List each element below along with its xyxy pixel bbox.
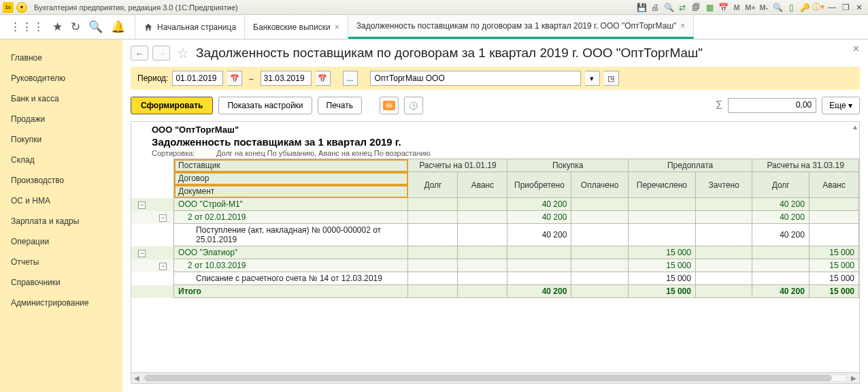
sidebar-item-admin[interactable]: Администрирование (0, 293, 122, 313)
preview-icon[interactable]: 🔍 (663, 1, 675, 14)
th-cred[interactable]: Зачтено (695, 172, 752, 198)
cell-trans (628, 211, 695, 224)
period-select-button[interactable]: ... (343, 71, 358, 86)
table-row[interactable]: −2 от 02.01.201940 20040 200 (131, 211, 859, 224)
save-icon[interactable]: 💾 (635, 1, 648, 14)
calendar-icon[interactable]: ▦ (703, 1, 716, 14)
sidebar-item-assets[interactable]: ОС и НМА (0, 191, 122, 211)
m-minus-button[interactable]: M- (758, 1, 770, 14)
tree-toggle[interactable]: − (159, 214, 167, 222)
generate-button[interactable]: Сформировать (131, 97, 213, 114)
back-button[interactable]: ← (131, 46, 148, 61)
sidebar-item-bank[interactable]: Банк и касса (0, 88, 122, 109)
tab-bank[interactable]: Банковские выписки × (245, 15, 348, 39)
sidebar-item-catalogs[interactable]: Справочники (0, 272, 122, 293)
clock-button[interactable]: 🕓 (404, 97, 423, 114)
scroll-up-icon[interactable]: ▲ (851, 122, 859, 131)
row-name: Списание с расчетного счета № 14 от 12.0… (174, 272, 408, 285)
th-prepay[interactable]: Предоплата (628, 159, 752, 172)
vertical-scrollbar[interactable]: ▲ (851, 122, 859, 372)
key-icon[interactable]: 🔑 (799, 1, 811, 14)
sidebar-item-production[interactable]: Производство (0, 170, 122, 191)
close-icon[interactable]: × (335, 22, 339, 32)
table-row[interactable]: −2 от 10.03.201915 00015 000 (131, 259, 859, 272)
date-from-input[interactable] (172, 71, 223, 86)
cell-acq: 40 200 (507, 198, 571, 211)
calc-icon[interactable]: 🗐 (690, 1, 702, 14)
apps-icon[interactable]: ⋮⋮⋮ (10, 20, 44, 34)
search-icon[interactable]: 🔍 (88, 20, 103, 34)
th-paid[interactable]: Оплачено (571, 172, 628, 198)
table-row[interactable]: Поступление (акт, накладная) № 0000-0000… (131, 224, 859, 246)
tree-toggle[interactable]: − (159, 263, 167, 270)
org-input[interactable] (370, 71, 581, 86)
date-to-input[interactable] (261, 71, 312, 86)
sidebar-item-hr[interactable]: Зарплата и кадры (0, 211, 122, 231)
sidebar-item-warehouse[interactable]: Склад (0, 150, 122, 170)
sidebar-item-reports[interactable]: Отчеты (0, 252, 122, 272)
table-row[interactable]: −ООО "Элатиор"15 00015 000 (131, 246, 859, 259)
app-menu-button[interactable]: ▾ (16, 2, 27, 13)
th-trans[interactable]: Перечислено (628, 172, 695, 198)
close-page-button[interactable]: ✕ (852, 44, 860, 54)
settings-button[interactable]: Показать настройки (218, 97, 312, 114)
calendar31-icon[interactable]: 📅 (717, 1, 729, 14)
th-adv1[interactable]: Аванс (458, 172, 507, 198)
minimize-button[interactable]: — (826, 1, 838, 14)
panel-icon[interactable]: ▯ (785, 1, 797, 14)
sidebar-item-operations[interactable]: Операции (0, 231, 122, 252)
th-calc-end[interactable]: Расчеты на 31.03.19 (752, 159, 859, 172)
scroll-left-icon[interactable]: ◀ (131, 373, 142, 383)
th-debt2[interactable]: Долг (752, 172, 809, 198)
cell-debt_start (408, 211, 458, 224)
more-button[interactable]: Еще ▾ (822, 97, 860, 114)
filter-bar: Период: 📅 – 📅 ... ▾ ◳ (131, 67, 860, 90)
favorite-button[interactable]: ☆ (177, 45, 189, 61)
date-from-picker[interactable]: 📅 (227, 71, 242, 86)
cell-debt_end (752, 259, 809, 272)
maximize-button[interactable]: ❐ (839, 1, 852, 14)
th-contract[interactable]: Договор (174, 172, 408, 185)
notify-icon[interactable]: 🔔 (111, 20, 125, 34)
table-row[interactable]: Списание с расчетного счета № 14 от 12.0… (131, 272, 859, 285)
zoom-icon[interactable]: 🔍 (771, 1, 784, 14)
th-calc-start[interactable]: Расчеты на 01.01.19 (408, 159, 507, 172)
tab-home[interactable]: Начальная страница (135, 15, 245, 39)
total-label: Итого (174, 285, 408, 298)
sum-display: 0,00 (728, 98, 816, 113)
forward-button[interactable]: → (152, 46, 170, 61)
tree-toggle[interactable]: − (138, 250, 146, 257)
table-row[interactable]: −ООО "Строй-М1"40 20040 200 (131, 198, 859, 211)
mail-button[interactable]: ✉ (380, 97, 399, 114)
date-to-picker[interactable]: 📅 (316, 71, 331, 86)
cell-paid (571, 198, 628, 211)
th-acq[interactable]: Приобретено (507, 172, 571, 198)
m-plus-button[interactable]: M+ (744, 1, 756, 14)
compare-icon[interactable]: ⇄ (676, 1, 688, 14)
history-icon[interactable]: ↻ (71, 20, 80, 34)
print-icon[interactable]: 🖨 (649, 1, 661, 14)
close-window-button[interactable]: ✕ (853, 1, 865, 14)
tree-toggle[interactable]: − (138, 201, 146, 209)
org-dropdown[interactable]: ▾ (585, 71, 600, 86)
favorite-icon[interactable]: ★ (52, 20, 63, 34)
th-doc[interactable]: Документ (174, 185, 408, 198)
th-purchase[interactable]: Покупка (507, 159, 628, 172)
tab-report[interactable]: Задолженность поставщикам по договорам з… (348, 15, 695, 39)
scroll-right-icon[interactable]: ▶ (848, 373, 859, 383)
cell-cred (695, 272, 752, 285)
sidebar-item-main[interactable]: Главное (0, 48, 122, 68)
th-supplier[interactable]: Поставщик (174, 159, 408, 172)
org-open[interactable]: ◳ (604, 71, 619, 86)
print-button[interactable]: Печать (318, 97, 362, 114)
close-icon[interactable]: × (680, 21, 685, 31)
horizontal-scrollbar[interactable]: ◀ ▶ (131, 372, 859, 383)
info-icon[interactable]: ⓘ▾ (812, 1, 824, 14)
scroll-thumb[interactable] (144, 375, 832, 381)
sidebar-item-purchases[interactable]: Покупки (0, 129, 122, 150)
sidebar-item-manager[interactable]: Руководителю (0, 68, 122, 88)
m-button[interactable]: M (731, 1, 743, 14)
th-debt1[interactable]: Долг (408, 172, 458, 198)
report-table: Поставщик Расчеты на 01.01.19 Покупка Пр… (131, 159, 859, 298)
sidebar-item-sales[interactable]: Продажи (0, 109, 122, 129)
